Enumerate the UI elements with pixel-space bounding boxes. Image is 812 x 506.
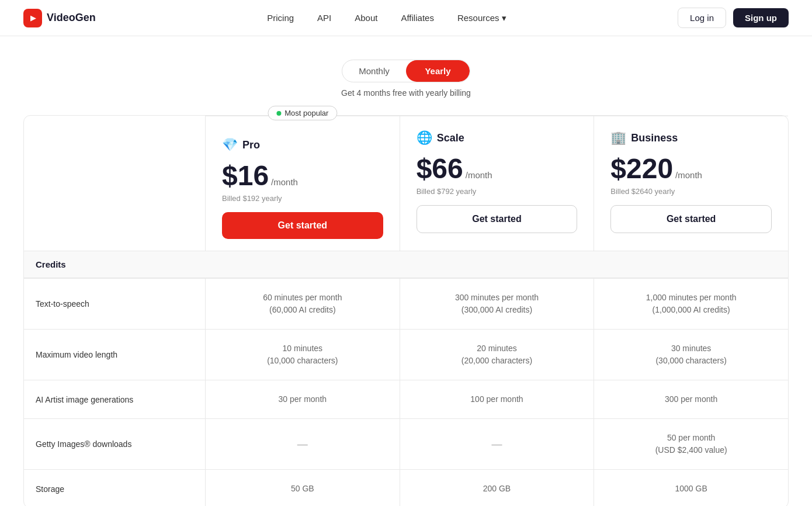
most-popular-text: Most popular: [284, 109, 328, 117]
pro-name-row: 💎 Pro: [222, 137, 383, 153]
business-price-amount: $220: [610, 153, 673, 185]
chevron-down-icon: ▾: [502, 13, 506, 23]
feature-label-video-length: Maximum video length: [24, 330, 205, 380]
feature-value-ai-artist-scale: 100 per month: [400, 380, 594, 418]
scale-name: Scale: [437, 132, 464, 144]
feature-row-video-length: Maximum video length 10 minutes(10,000 c…: [24, 329, 788, 380]
feature-value-storage-scale: 200 GB: [400, 470, 594, 506]
logo-icon: [23, 9, 42, 27]
business-price: $220 /month: [610, 153, 772, 185]
nav-link-api[interactable]: API: [308, 8, 341, 27]
nav-link-about[interactable]: About: [345, 8, 387, 27]
business-name: Business: [631, 132, 678, 144]
feature-value-tts-pro: 60 minutes per month(60,000 AI credits): [205, 279, 400, 329]
business-icon: 🏢: [610, 130, 626, 145]
pro-price: $16 /month: [222, 160, 383, 192]
nav-link-affiliates[interactable]: Affiliates: [391, 8, 443, 27]
scale-name-row: 🌐 Scale: [417, 130, 578, 145]
section-header-credits: Credits: [24, 251, 788, 278]
pro-price-period: /month: [271, 177, 298, 187]
monthly-toggle[interactable]: Monthly: [342, 60, 406, 82]
badge-dot: [276, 111, 281, 116]
feature-value-ai-artist-pro: 30 per month: [205, 380, 400, 418]
plan-header-business: 🏢 Business $220 /month Billed $2640 year…: [594, 116, 788, 251]
scale-billed: Billed $792 yearly: [417, 187, 578, 196]
logo[interactable]: VideoGen: [23, 9, 96, 27]
login-button[interactable]: Log in: [678, 8, 726, 28]
nav-link-pricing[interactable]: Pricing: [258, 8, 303, 27]
feature-row-tts: Text-to-speech 60 minutes per month(60,0…: [24, 278, 788, 329]
main-content: Monthly Yearly Get 4 months free with ye…: [0, 36, 812, 506]
pro-price-amount: $16: [222, 160, 269, 192]
scale-price-period: /month: [466, 170, 492, 180]
business-name-row: 🏢 Business: [610, 130, 772, 145]
signup-button[interactable]: Sign up: [733, 8, 789, 27]
pro-billed: Billed $192 yearly: [222, 194, 383, 203]
pricing-grid: Most popular 💎 Pro $16 /month Billed $19…: [23, 115, 789, 506]
feature-value-tts-scale: 300 minutes per month(300,000 AI credits…: [400, 279, 594, 329]
feature-value-ai-artist-business: 300 per month: [594, 380, 788, 418]
plan-header-pro: Most popular 💎 Pro $16 /month Billed $19…: [205, 116, 400, 251]
feature-label-storage: Storage: [24, 470, 205, 506]
section-label-credits: Credits: [24, 251, 788, 278]
feature-value-getty-pro: —: [205, 419, 400, 469]
yearly-note: Get 4 months free with yearly billing: [23, 88, 789, 98]
most-popular-badge: Most popular: [268, 106, 337, 120]
feature-row-storage: Storage 50 GB 200 GB 1000 GB: [24, 469, 788, 506]
scale-icon: 🌐: [417, 130, 432, 145]
feature-value-videolen-business: 30 minutes(30,000 characters): [594, 330, 788, 380]
logo-text: VideoGen: [47, 12, 96, 24]
feature-label-tts: Text-to-speech: [24, 279, 205, 329]
nav-link-resources[interactable]: Resources ▾: [448, 8, 516, 28]
feature-value-getty-business: 50 per month(USD $2,400 value): [594, 419, 788, 469]
navigation: VideoGen Pricing API About Affiliates Re…: [0, 0, 812, 36]
feature-value-storage-pro: 50 GB: [205, 470, 400, 506]
business-price-period: /month: [675, 170, 702, 180]
scale-price: $66 /month: [417, 153, 578, 185]
feature-label-ai-artist: AI Artist image generations: [24, 380, 205, 418]
feature-value-getty-scale: —: [400, 419, 594, 469]
business-cta-button[interactable]: Get started: [610, 205, 772, 233]
scale-price-amount: $66: [417, 153, 463, 185]
feature-row-getty: Getty Images® downloads — — 50 per month…: [24, 418, 788, 469]
pro-name: Pro: [242, 139, 260, 151]
pro-icon: 💎: [222, 137, 238, 153]
billing-toggle: Monthly Yearly: [342, 60, 470, 82]
scale-cta-button[interactable]: Get started: [417, 205, 578, 233]
feature-label-getty: Getty Images® downloads: [24, 419, 205, 469]
nav-actions: Log in Sign up: [678, 8, 789, 28]
yearly-toggle[interactable]: Yearly: [406, 60, 470, 82]
pro-cta-button[interactable]: Get started: [222, 212, 383, 239]
feature-value-storage-business: 1000 GB: [594, 470, 788, 506]
feature-row-ai-artist: AI Artist image generations 30 per month…: [24, 380, 788, 418]
feature-value-tts-business: 1,000 minutes per month(1,000,000 AI cre…: [594, 279, 788, 329]
header-spacer: [24, 116, 205, 251]
plan-headers: Most popular 💎 Pro $16 /month Billed $19…: [24, 116, 788, 251]
plan-header-scale: 🌐 Scale $66 /month Billed $792 yearly Ge…: [400, 116, 594, 251]
nav-links: Pricing API About Affiliates Resources ▾: [258, 8, 515, 28]
feature-value-videolen-scale: 20 minutes(20,000 characters): [400, 330, 594, 380]
business-billed: Billed $2640 yearly: [610, 187, 772, 196]
feature-value-videolen-pro: 10 minutes(10,000 characters): [205, 330, 400, 380]
